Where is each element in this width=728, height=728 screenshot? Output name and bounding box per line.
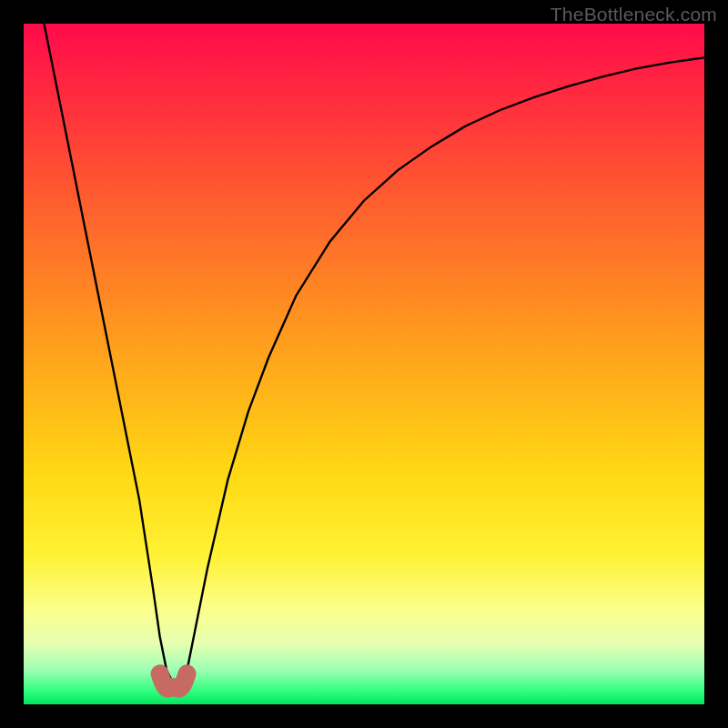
curve-layer	[24, 24, 704, 704]
marker-blob	[160, 673, 187, 688]
plot-area	[24, 24, 704, 704]
attribution-label: TheBottleneck.com	[551, 4, 717, 25]
bottleneck-curve	[44, 24, 704, 684]
chart-frame: TheBottleneck.com	[0, 0, 728, 728]
